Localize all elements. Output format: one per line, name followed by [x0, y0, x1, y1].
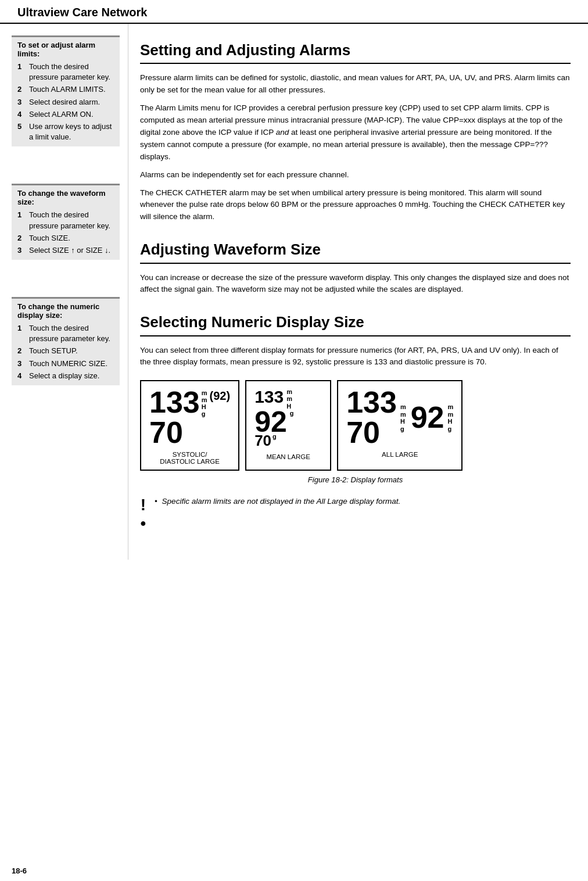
list-item: 2Touch ALARM LIMITS.	[17, 84, 114, 95]
section-para-1-1: Pressure alarm limits can be defined for…	[140, 72, 571, 96]
page-layout: To set or adjust alarm limits: 1Touch th…	[0, 24, 588, 560]
step-text: Touch ALARM LIMITS.	[29, 84, 106, 95]
sidebar-spacer-2	[12, 262, 120, 297]
dot-icon: ●	[140, 518, 146, 528]
list-item: 1Touch the desired pressure parameter ke…	[17, 210, 114, 231]
sidebar-section-title-2: To change the waveform size:	[17, 189, 114, 206]
display-format-systolic-diastolic: 133 m m H g (92) 70	[140, 380, 239, 471]
format3-unit2-H: H	[448, 418, 454, 425]
format1-row2: 70	[149, 417, 183, 447]
format3-label: ALL LARGE	[346, 451, 453, 458]
step-text: Select desired alarm.	[29, 97, 100, 108]
page-header: Ultraview Care Network	[0, 0, 588, 24]
main-content: Setting and Adjusting Alarms Pressure al…	[128, 24, 588, 560]
list-item: 1Touch the desired pressure parameter ke…	[17, 323, 114, 344]
format1-unit-m: m	[202, 389, 207, 396]
step-text: Touch the desired pressure parameter key…	[29, 62, 114, 83]
sidebar-steps-3: 1Touch the desired pressure parameter ke…	[17, 323, 114, 381]
format1-diastolic: 70	[149, 417, 183, 447]
note-text: Specific alarm limits are not displayed …	[162, 496, 401, 507]
section-divider-3	[140, 335, 571, 336]
format3-num1: 133	[346, 387, 397, 417]
section-para-2-1: You can increase or decrease the size of…	[140, 272, 571, 296]
format1-row1: 133 m m H g (92)	[149, 387, 230, 417]
step-text: Touch NUMERIC SIZE.	[29, 359, 107, 369]
format1-mean: (92)	[210, 389, 231, 403]
step-text: Touch the desired pressure parameter key…	[29, 323, 114, 344]
format3-unit-m1: m	[400, 403, 406, 411]
step-num: 4	[17, 371, 26, 381]
format3-unit-m2: m	[400, 411, 406, 418]
page-title: Ultraview Care Network	[17, 6, 147, 19]
list-item: 5Use arrow keys to adjust a limit value.	[17, 121, 114, 142]
section-title-alarms: Setting and Adjusting Alarms	[140, 41, 571, 59]
format2-diastolic-num: 70	[254, 432, 271, 450]
list-item: 3Select desired alarm.	[17, 97, 114, 108]
figure-caption: Figure 18-2: Display formats	[140, 475, 571, 484]
format2-unit-g2: g	[273, 433, 277, 440]
step-text: Select SIZE ↑ or SIZE ↓.	[29, 245, 110, 256]
step-text: Select ALARM ON.	[29, 109, 94, 120]
sidebar-section-numeric: To change the numeric display size: 1Tou…	[12, 297, 120, 385]
section-para-1-2: The Alarm Limits menu for ICP provides a…	[140, 102, 571, 163]
section-title-waveform: Adjusting Waveform Size	[140, 241, 571, 259]
section-para-1-4: The CHECK CATHETER alarm may be set when…	[140, 187, 571, 224]
format2-container: 133 m m H 92 g	[254, 387, 297, 449]
format3-unit2-m2: m	[448, 411, 454, 418]
sidebar-spacer-1	[12, 149, 120, 184]
format3-left: 133 70	[346, 387, 397, 447]
list-item: 4Select a display size.	[17, 371, 114, 381]
list-item: 2Touch SETUP.	[17, 346, 114, 356]
list-item: 3Select SIZE ↑ or SIZE ↓.	[17, 245, 114, 256]
step-num: 3	[17, 97, 26, 108]
section-setting-alarms: Setting and Adjusting Alarms Pressure al…	[140, 41, 571, 223]
format2-unit-m2: m	[286, 395, 292, 402]
section-divider-1	[140, 63, 571, 64]
sidebar-steps-2: 1Touch the desired pressure parameter ke…	[17, 210, 114, 256]
list-item: 1Touch the desired pressure parameter ke…	[17, 62, 114, 83]
note-bullet: • Specific alarm limits are not displaye…	[155, 496, 400, 507]
section-numeric: Selecting Numeric Display Size You can s…	[140, 313, 571, 531]
step-num: 3	[17, 359, 26, 369]
section-para-1-3: Alarms can be independently set for each…	[140, 169, 571, 181]
format2-bot-row: 70 g	[254, 432, 277, 450]
step-num: 2	[17, 84, 26, 95]
step-num: 1	[17, 323, 26, 344]
display-format-all-large: 133 70 m m H g 92 m m H	[337, 380, 462, 471]
page-footer: 18-6	[12, 866, 27, 875]
note-icons: ! ●	[140, 496, 146, 528]
step-text: Touch SETUP.	[29, 346, 78, 356]
format1-unit-mhg: m	[202, 396, 207, 403]
list-item: 4Select ALARM ON.	[17, 109, 114, 120]
note-box: ! ● • Specific alarm limits are not disp…	[140, 493, 571, 531]
step-num: 1	[17, 62, 26, 83]
step-num: 1	[17, 210, 26, 231]
format3-num2: 92	[411, 402, 444, 432]
sidebar-section-title-1: To set or adjust alarm limits:	[17, 41, 114, 58]
page-number: 18-6	[12, 866, 27, 875]
sidebar-section-set-alarm: To set or adjust alarm limits: 1Touch th…	[12, 35, 120, 146]
format1-label: SYSTOLIC/DIASTOLIC LARGE	[149, 451, 230, 465]
format1-systolic: 133	[149, 387, 200, 417]
step-num: 2	[17, 346, 26, 356]
step-num: 5	[17, 121, 26, 142]
exclamation-icon: !	[141, 497, 146, 513]
step-num: 3	[17, 245, 26, 256]
sidebar-section-title-3: To change the numeric display size:	[17, 302, 114, 320]
format1-unit-g: g	[202, 410, 207, 417]
format3-unit-H: H	[400, 418, 406, 425]
left-sidebar: To set or adjust alarm limits: 1Touch th…	[0, 24, 128, 560]
format3-container: 133 70 m m H g 92 m m H	[346, 387, 453, 447]
display-formats-row: 133 m m H g (92) 70	[140, 380, 571, 471]
format2-systolic: 133	[254, 387, 284, 407]
format3-unit2-g: g	[448, 425, 454, 433]
display-numbers-1: 133 m m H g (92) 70	[149, 387, 230, 447]
step-num: 4	[17, 109, 26, 120]
format2-unit-m1: m	[286, 388, 292, 395]
sidebar-steps-1: 1Touch the desired pressure parameter ke…	[17, 62, 114, 142]
section-title-numeric: Selecting Numeric Display Size	[140, 313, 571, 331]
step-text: Select a display size.	[29, 371, 99, 381]
step-num: 2	[17, 233, 26, 243]
note-bullet-marker: •	[155, 496, 157, 507]
section-divider-2	[140, 263, 571, 264]
